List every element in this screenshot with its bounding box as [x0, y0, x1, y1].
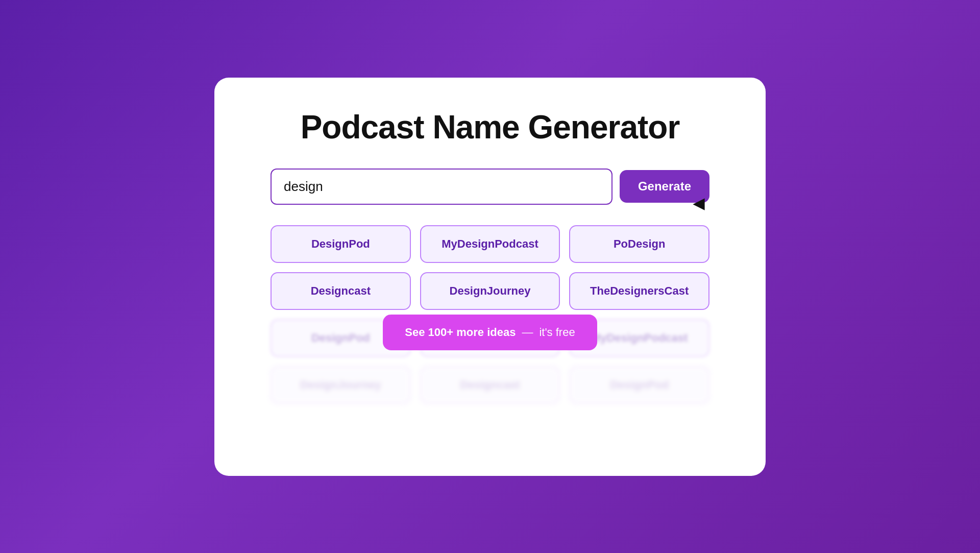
result-item-blurred: DesignJourney — [271, 366, 411, 404]
result-item[interactable]: DesignPod — [271, 225, 411, 263]
result-item[interactable]: PoDesign — [569, 225, 709, 263]
results-grid: DesignPod MyDesignPodcast PoDesign Desig… — [271, 225, 709, 404]
search-input[interactable] — [271, 169, 612, 205]
generate-button[interactable]: Generate ◀ — [620, 170, 709, 203]
cta-button[interactable]: See 100+ more ideas — it's free — [383, 315, 597, 350]
main-card: Podcast Name Generator Generate ◀ Design… — [214, 78, 766, 476]
cta-overlay: See 100+ more ideas — it's free — [383, 315, 597, 350]
cta-main-text: See 100+ more ideas — [405, 326, 516, 339]
page-title: Podcast Name Generator — [301, 108, 680, 146]
cursor-icon: ◀ — [693, 195, 704, 212]
result-item-blurred: Designcast — [420, 366, 560, 404]
result-item[interactable]: DesignJourney — [420, 272, 560, 310]
cta-dash: — — [522, 326, 533, 339]
result-item[interactable]: Designcast — [271, 272, 411, 310]
search-row: Generate ◀ — [271, 169, 709, 205]
cta-free-text: it's free — [539, 326, 575, 339]
generate-label: Generate — [638, 179, 691, 193]
result-item[interactable]: TheDesignersCast — [569, 272, 709, 310]
result-item-blurred: DesignPod — [569, 366, 709, 404]
result-item[interactable]: MyDesignPodcast — [420, 225, 560, 263]
